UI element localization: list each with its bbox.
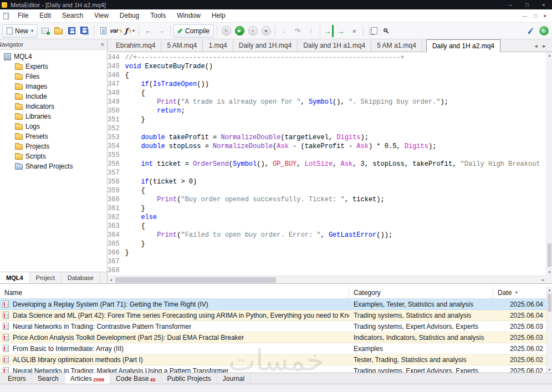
article-row[interactable]: Price Action Analysis Toolkit Developmen… bbox=[0, 332, 552, 343]
menu-item-window[interactable]: Window bbox=[171, 9, 206, 22]
tree-item-files[interactable]: Files bbox=[0, 72, 107, 82]
scrollbar-thumb[interactable] bbox=[115, 277, 276, 283]
tree-item-logs[interactable]: Logs bbox=[0, 121, 107, 131]
navigator-tab-database[interactable]: Database bbox=[62, 272, 100, 283]
scroll-down-icon[interactable]: ▼ bbox=[547, 269, 552, 276]
menu-item-help[interactable]: Help bbox=[206, 9, 231, 22]
editor-tab[interactable]: 5 AM a1.mq4 bbox=[371, 40, 422, 52]
tree-root-mql4[interactable]: MQL4 bbox=[0, 52, 107, 62]
add-function-icon[interactable]: ƒ↴▾ bbox=[124, 25, 136, 37]
back-icon[interactable]: ← bbox=[142, 25, 154, 37]
editor-tab[interactable]: Daily and 1H a1.mq4 bbox=[298, 40, 371, 52]
editor-tab[interactable]: Daily and 1H a2.mq4 bbox=[426, 39, 500, 52]
bottom-tab-label: Code Base bbox=[116, 375, 149, 383]
mdi-minimize-button[interactable]: — bbox=[522, 13, 527, 19]
column-header-category[interactable]: Category bbox=[349, 287, 493, 298]
tree-item-indicators[interactable]: Indicators bbox=[0, 101, 107, 111]
navigator-tab-mql4[interactable]: MQL4 bbox=[0, 272, 30, 283]
menu-item-search[interactable]: Search bbox=[57, 9, 89, 22]
tree-item-presets[interactable]: Presets bbox=[0, 131, 107, 141]
save-icon[interactable] bbox=[65, 25, 78, 37]
article-date: 2025.06.02 bbox=[493, 356, 552, 364]
article-row[interactable]: Developing a Replay System (Part 71): Ge… bbox=[0, 299, 552, 310]
bottom-tab-errors[interactable]: Errors bbox=[2, 373, 32, 384]
run-to-cursor-icon[interactable]: → bbox=[323, 25, 334, 37]
tab-scroll-left-icon[interactable]: ◄ bbox=[534, 44, 538, 49]
article-row[interactable]: Neural Networks in Trading: Market Analy… bbox=[0, 365, 552, 373]
code-token: , ticket); bbox=[345, 196, 385, 203]
save-all-icon[interactable] bbox=[79, 25, 91, 37]
bottom-tab-journal[interactable]: Journal bbox=[217, 373, 251, 384]
tree-item-scripts[interactable]: Scripts bbox=[0, 151, 107, 161]
article-row[interactable]: ALGLIB library optimization methods (Par… bbox=[0, 354, 552, 365]
article-row[interactable]: Neural Networks in Trading: Contrastive … bbox=[0, 321, 552, 332]
bottom-tab-articles[interactable]: Articles2096 bbox=[65, 373, 110, 384]
menu-item-tools[interactable]: Tools bbox=[145, 9, 171, 22]
articles-vertical-scrollbar[interactable]: ▲ ▼ bbox=[546, 287, 552, 373]
article-row[interactable]: Data Science and ML (Part 42): Forex Tim… bbox=[0, 310, 552, 321]
minimize-button[interactable]: – bbox=[502, 0, 519, 9]
article-row[interactable]: From Basic to Intermediate: Array (III)E… bbox=[0, 343, 552, 354]
editor-tab[interactable]: Daily and 1H.mq4 bbox=[233, 40, 298, 52]
line-number: 347 bbox=[108, 80, 125, 89]
styler-icon[interactable] bbox=[97, 25, 109, 37]
new-button[interactable]: New ▾ bbox=[2, 24, 38, 38]
tree-item-images[interactable]: Images bbox=[0, 82, 107, 91]
add-variable-icon[interactable]: var↴ bbox=[110, 25, 122, 37]
scrollbar-thumb[interactable] bbox=[548, 243, 551, 267]
bottom-tab-public-projects[interactable]: Public Projects bbox=[161, 373, 217, 384]
column-header-date[interactable]: Date ▼ bbox=[493, 287, 546, 298]
code-editor[interactable]: 344//+----------------------------------… bbox=[108, 52, 546, 276]
code-line-349: 349 Print("A trade is already open for "… bbox=[108, 98, 546, 106]
editor-horizontal-scrollbar[interactable]: ◄ ► bbox=[108, 276, 546, 283]
code-token: } bbox=[125, 205, 145, 212]
scroll-up-icon[interactable]: ▲ bbox=[547, 52, 552, 59]
tree-item-shared-projects[interactable]: Shared Projects bbox=[0, 161, 107, 171]
scroll-right-icon[interactable]: ► bbox=[540, 276, 546, 284]
code-token bbox=[125, 142, 141, 150]
menu-item-file[interactable]: File bbox=[12, 9, 34, 22]
close-button[interactable]: × bbox=[535, 0, 552, 9]
close-icon[interactable]: × bbox=[101, 41, 104, 48]
open-file-icon[interactable] bbox=[52, 25, 64, 37]
menu-item-debug[interactable]: Debug bbox=[114, 9, 145, 22]
forward-icon[interactable]: → bbox=[155, 25, 167, 37]
community-icon[interactable]: ↻ bbox=[538, 25, 550, 37]
editor-vertical-scrollbar[interactable]: ▲ ▼ bbox=[546, 52, 552, 276]
line-number: 357 bbox=[108, 169, 125, 177]
navigator-tab-project[interactable]: Project bbox=[30, 272, 62, 283]
editor-tab[interactable]: 1.mq4 bbox=[203, 40, 233, 52]
menu-item-edit[interactable]: Edit bbox=[34, 9, 57, 22]
scrollbar-thumb[interactable] bbox=[548, 294, 551, 312]
maximize-button[interactable]: □ bbox=[519, 0, 535, 9]
start-debug-icon[interactable]: ▶ bbox=[233, 25, 246, 37]
menu-item-view[interactable]: View bbox=[89, 9, 114, 22]
stop-debug-icon[interactable]: ■ bbox=[260, 25, 272, 37]
mdi-restore-button[interactable]: □ bbox=[534, 13, 536, 19]
compile-button[interactable]: Compile bbox=[173, 24, 214, 38]
tree-item-libraries[interactable]: Libraries bbox=[0, 111, 107, 121]
scroll-up-icon[interactable]: ▲ bbox=[547, 287, 552, 293]
search-icon[interactable] bbox=[380, 25, 392, 37]
restart-debug-icon[interactable]: ↻ bbox=[220, 25, 232, 37]
tree-item-include[interactable]: Include bbox=[0, 91, 107, 101]
tree-item-projects[interactable]: Projects bbox=[0, 141, 107, 151]
pause-debug-icon[interactable]: ‖ bbox=[247, 25, 259, 37]
article-category: Examples bbox=[349, 345, 493, 353]
copy-icon[interactable] bbox=[366, 25, 379, 37]
mdi-close-button[interactable]: × bbox=[544, 13, 546, 19]
pencil-icon[interactable] bbox=[524, 25, 536, 37]
editor-tab[interactable]: Ebrahim.mq4 bbox=[110, 40, 161, 52]
tree-item-experts[interactable]: Experts bbox=[0, 62, 107, 72]
toolbar: New ▾ var↴ ƒ↴▾ ← → Compile ↻ ▶ ‖ ■ ↓ ↷ ↑… bbox=[0, 23, 552, 39]
column-header-name[interactable]: Name bbox=[0, 287, 349, 298]
new-project-icon[interactable] bbox=[39, 25, 51, 37]
scroll-left-icon[interactable]: ◄ bbox=[108, 276, 114, 284]
continue-icon[interactable]: → bbox=[335, 25, 347, 37]
bottom-tab-code-base[interactable]: Code Base40 bbox=[110, 373, 161, 384]
line-number: 346 bbox=[108, 71, 125, 80]
tab-scroll-right-icon[interactable]: ► bbox=[542, 44, 546, 49]
editor-tab[interactable]: 5 AM.mq4 bbox=[161, 40, 203, 52]
toolbar-separator bbox=[170, 26, 171, 37]
bottom-tab-search[interactable]: Search bbox=[32, 373, 65, 384]
